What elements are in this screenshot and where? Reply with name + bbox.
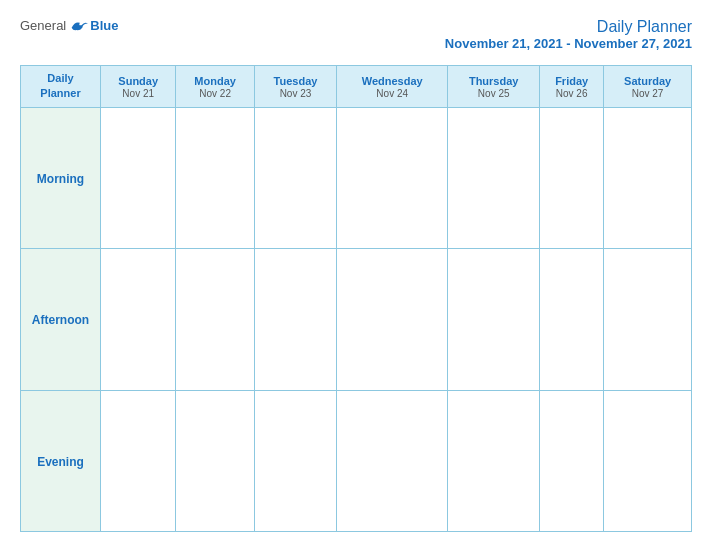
calendar-table: Daily Planner Sunday Nov 21 Monday Nov 2… <box>20 65 692 532</box>
col-date-friday: Nov 26 <box>542 88 601 99</box>
col-date-tuesday: Nov 23 <box>257 88 334 99</box>
cell-morning-sunday[interactable] <box>101 107 176 248</box>
cell-afternoon-sunday[interactable] <box>101 249 176 390</box>
col-date-monday: Nov 22 <box>178 88 251 99</box>
cell-evening-sunday[interactable] <box>101 390 176 531</box>
calendar-date-range: November 21, 2021 - November 27, 2021 <box>445 36 692 51</box>
cell-morning-thursday[interactable] <box>448 107 540 248</box>
col-day-wednesday: Wednesday <box>339 74 445 88</box>
col-day-sunday: Sunday <box>103 74 173 88</box>
col-header-saturday: Saturday Nov 27 <box>604 66 692 108</box>
corner-line2: Planner <box>40 87 80 99</box>
cell-afternoon-saturday[interactable] <box>604 249 692 390</box>
logo-area: General Blue <box>20 18 118 33</box>
row-evening: Evening <box>21 390 692 531</box>
col-day-tuesday: Tuesday <box>257 74 334 88</box>
page: General Blue Daily Planner November 21, … <box>0 0 712 550</box>
row-morning: Morning <box>21 107 692 248</box>
col-day-saturday: Saturday <box>606 74 689 88</box>
cell-evening-wednesday[interactable] <box>337 390 448 531</box>
cell-afternoon-friday[interactable] <box>540 249 604 390</box>
row-afternoon: Afternoon <box>21 249 692 390</box>
col-day-monday: Monday <box>178 74 251 88</box>
col-day-friday: Friday <box>542 74 601 88</box>
cell-evening-monday[interactable] <box>176 390 254 531</box>
col-day-thursday: Thursday <box>450 74 537 88</box>
cell-evening-tuesday[interactable] <box>254 390 336 531</box>
col-header-sunday: Sunday Nov 21 <box>101 66 176 108</box>
logo-blue: Blue <box>90 18 118 33</box>
col-date-saturday: Nov 27 <box>606 88 689 99</box>
cell-evening-friday[interactable] <box>540 390 604 531</box>
header: General Blue Daily Planner November 21, … <box>20 18 692 51</box>
calendar-title: Daily Planner <box>445 18 692 36</box>
row-label-afternoon: Afternoon <box>21 249 101 390</box>
cell-afternoon-tuesday[interactable] <box>254 249 336 390</box>
cell-evening-thursday[interactable] <box>448 390 540 531</box>
title-area: Daily Planner November 21, 2021 - Novemb… <box>445 18 692 51</box>
col-date-sunday: Nov 21 <box>103 88 173 99</box>
logo-bird-icon <box>70 19 88 33</box>
col-header-monday: Monday Nov 22 <box>176 66 254 108</box>
cell-morning-monday[interactable] <box>176 107 254 248</box>
col-header-wednesday: Wednesday Nov 24 <box>337 66 448 108</box>
cell-morning-tuesday[interactable] <box>254 107 336 248</box>
logo-general: General <box>20 18 66 33</box>
row-label-evening: Evening <box>21 390 101 531</box>
col-header-thursday: Thursday Nov 25 <box>448 66 540 108</box>
col-header-tuesday: Tuesday Nov 23 <box>254 66 336 108</box>
cell-evening-saturday[interactable] <box>604 390 692 531</box>
corner-line1: Daily <box>47 72 73 84</box>
logo-text: General Blue <box>20 18 118 33</box>
corner-header: Daily Planner <box>21 66 101 108</box>
cell-morning-wednesday[interactable] <box>337 107 448 248</box>
cell-afternoon-wednesday[interactable] <box>337 249 448 390</box>
header-row: Daily Planner Sunday Nov 21 Monday Nov 2… <box>21 66 692 108</box>
col-date-wednesday: Nov 24 <box>339 88 445 99</box>
cell-morning-friday[interactable] <box>540 107 604 248</box>
cell-afternoon-monday[interactable] <box>176 249 254 390</box>
cell-afternoon-thursday[interactable] <box>448 249 540 390</box>
col-date-thursday: Nov 25 <box>450 88 537 99</box>
col-header-friday: Friday Nov 26 <box>540 66 604 108</box>
row-label-morning: Morning <box>21 107 101 248</box>
cell-morning-saturday[interactable] <box>604 107 692 248</box>
